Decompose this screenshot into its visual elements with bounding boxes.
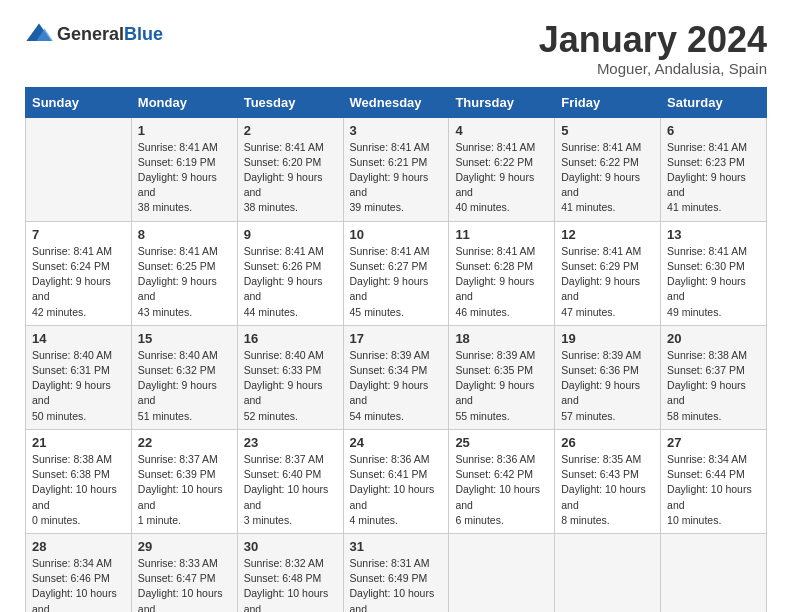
calendar-cell: 1Sunrise: 8:41 AMSunset: 6:19 PMDaylight… (131, 117, 237, 221)
day-number: 8 (138, 227, 231, 242)
header: GeneralBlue January 2024 Moguer, Andalus… (25, 20, 767, 77)
calendar-cell: 6Sunrise: 8:41 AMSunset: 6:23 PMDaylight… (661, 117, 767, 221)
calendar-week-3: 14Sunrise: 8:40 AMSunset: 6:31 PMDayligh… (26, 325, 767, 429)
calendar-cell: 4Sunrise: 8:41 AMSunset: 6:22 PMDaylight… (449, 117, 555, 221)
day-number: 20 (667, 331, 760, 346)
calendar-cell: 11Sunrise: 8:41 AMSunset: 6:28 PMDayligh… (449, 221, 555, 325)
header-cell-wednesday: Wednesday (343, 87, 449, 117)
calendar-cell: 10Sunrise: 8:41 AMSunset: 6:27 PMDayligh… (343, 221, 449, 325)
calendar-cell: 28Sunrise: 8:34 AMSunset: 6:46 PMDayligh… (26, 533, 132, 612)
calendar-cell: 14Sunrise: 8:40 AMSunset: 6:31 PMDayligh… (26, 325, 132, 429)
day-number: 21 (32, 435, 125, 450)
calendar-cell: 26Sunrise: 8:35 AMSunset: 6:43 PMDayligh… (555, 429, 661, 533)
calendar-cell: 17Sunrise: 8:39 AMSunset: 6:34 PMDayligh… (343, 325, 449, 429)
day-info: Sunrise: 8:39 AMSunset: 6:36 PMDaylight:… (561, 348, 654, 424)
calendar-cell (661, 533, 767, 612)
day-number: 3 (350, 123, 443, 138)
header-cell-monday: Monday (131, 87, 237, 117)
calendar-cell: 23Sunrise: 8:37 AMSunset: 6:40 PMDayligh… (237, 429, 343, 533)
day-number: 1 (138, 123, 231, 138)
day-number: 23 (244, 435, 337, 450)
day-info: Sunrise: 8:39 AMSunset: 6:35 PMDaylight:… (455, 348, 548, 424)
day-number: 14 (32, 331, 125, 346)
logo-icon (25, 20, 53, 48)
day-number: 16 (244, 331, 337, 346)
day-info: Sunrise: 8:39 AMSunset: 6:34 PMDaylight:… (350, 348, 443, 424)
calendar-week-5: 28Sunrise: 8:34 AMSunset: 6:46 PMDayligh… (26, 533, 767, 612)
day-info: Sunrise: 8:35 AMSunset: 6:43 PMDaylight:… (561, 452, 654, 528)
day-info: Sunrise: 8:37 AMSunset: 6:40 PMDaylight:… (244, 452, 337, 528)
calendar-cell: 24Sunrise: 8:36 AMSunset: 6:41 PMDayligh… (343, 429, 449, 533)
day-number: 24 (350, 435, 443, 450)
day-info: Sunrise: 8:40 AMSunset: 6:33 PMDaylight:… (244, 348, 337, 424)
day-info: Sunrise: 8:41 AMSunset: 6:26 PMDaylight:… (244, 244, 337, 320)
day-info: Sunrise: 8:31 AMSunset: 6:49 PMDaylight:… (350, 556, 443, 612)
day-info: Sunrise: 8:34 AMSunset: 6:46 PMDaylight:… (32, 556, 125, 612)
day-info: Sunrise: 8:36 AMSunset: 6:42 PMDaylight:… (455, 452, 548, 528)
day-info: Sunrise: 8:41 AMSunset: 6:22 PMDaylight:… (561, 140, 654, 216)
calendar-cell: 8Sunrise: 8:41 AMSunset: 6:25 PMDaylight… (131, 221, 237, 325)
header-cell-tuesday: Tuesday (237, 87, 343, 117)
calendar-week-1: 1Sunrise: 8:41 AMSunset: 6:19 PMDaylight… (26, 117, 767, 221)
day-number: 19 (561, 331, 654, 346)
header-cell-thursday: Thursday (449, 87, 555, 117)
day-number: 11 (455, 227, 548, 242)
logo-text-general: General (57, 24, 124, 44)
month-title: January 2024 (539, 20, 767, 60)
day-info: Sunrise: 8:41 AMSunset: 6:27 PMDaylight:… (350, 244, 443, 320)
day-info: Sunrise: 8:38 AMSunset: 6:38 PMDaylight:… (32, 452, 125, 528)
day-number: 2 (244, 123, 337, 138)
day-number: 9 (244, 227, 337, 242)
calendar-cell: 5Sunrise: 8:41 AMSunset: 6:22 PMDaylight… (555, 117, 661, 221)
day-number: 31 (350, 539, 443, 554)
day-info: Sunrise: 8:41 AMSunset: 6:19 PMDaylight:… (138, 140, 231, 216)
day-info: Sunrise: 8:34 AMSunset: 6:44 PMDaylight:… (667, 452, 760, 528)
calendar-cell (449, 533, 555, 612)
day-info: Sunrise: 8:41 AMSunset: 6:22 PMDaylight:… (455, 140, 548, 216)
header-cell-friday: Friday (555, 87, 661, 117)
day-info: Sunrise: 8:32 AMSunset: 6:48 PMDaylight:… (244, 556, 337, 612)
day-number: 29 (138, 539, 231, 554)
day-number: 28 (32, 539, 125, 554)
location-title: Moguer, Andalusia, Spain (539, 60, 767, 77)
calendar-cell: 20Sunrise: 8:38 AMSunset: 6:37 PMDayligh… (661, 325, 767, 429)
header-cell-saturday: Saturday (661, 87, 767, 117)
calendar-cell: 30Sunrise: 8:32 AMSunset: 6:48 PMDayligh… (237, 533, 343, 612)
day-number: 12 (561, 227, 654, 242)
calendar-cell: 18Sunrise: 8:39 AMSunset: 6:35 PMDayligh… (449, 325, 555, 429)
day-info: Sunrise: 8:40 AMSunset: 6:32 PMDaylight:… (138, 348, 231, 424)
day-info: Sunrise: 8:41 AMSunset: 6:28 PMDaylight:… (455, 244, 548, 320)
day-info: Sunrise: 8:41 AMSunset: 6:25 PMDaylight:… (138, 244, 231, 320)
calendar-cell: 2Sunrise: 8:41 AMSunset: 6:20 PMDaylight… (237, 117, 343, 221)
day-info: Sunrise: 8:41 AMSunset: 6:23 PMDaylight:… (667, 140, 760, 216)
header-cell-sunday: Sunday (26, 87, 132, 117)
day-info: Sunrise: 8:33 AMSunset: 6:47 PMDaylight:… (138, 556, 231, 612)
calendar-cell: 19Sunrise: 8:39 AMSunset: 6:36 PMDayligh… (555, 325, 661, 429)
day-info: Sunrise: 8:36 AMSunset: 6:41 PMDaylight:… (350, 452, 443, 528)
header-row: SundayMondayTuesdayWednesdayThursdayFrid… (26, 87, 767, 117)
day-number: 6 (667, 123, 760, 138)
day-number: 10 (350, 227, 443, 242)
day-number: 7 (32, 227, 125, 242)
day-info: Sunrise: 8:41 AMSunset: 6:20 PMDaylight:… (244, 140, 337, 216)
day-number: 27 (667, 435, 760, 450)
day-info: Sunrise: 8:41 AMSunset: 6:30 PMDaylight:… (667, 244, 760, 320)
calendar-cell: 27Sunrise: 8:34 AMSunset: 6:44 PMDayligh… (661, 429, 767, 533)
day-info: Sunrise: 8:40 AMSunset: 6:31 PMDaylight:… (32, 348, 125, 424)
calendar-cell: 29Sunrise: 8:33 AMSunset: 6:47 PMDayligh… (131, 533, 237, 612)
calendar-week-4: 21Sunrise: 8:38 AMSunset: 6:38 PMDayligh… (26, 429, 767, 533)
title-area: January 2024 Moguer, Andalusia, Spain (539, 20, 767, 77)
calendar-cell: 16Sunrise: 8:40 AMSunset: 6:33 PMDayligh… (237, 325, 343, 429)
calendar-cell: 25Sunrise: 8:36 AMSunset: 6:42 PMDayligh… (449, 429, 555, 533)
day-number: 18 (455, 331, 548, 346)
day-number: 17 (350, 331, 443, 346)
logo-text-blue: Blue (124, 24, 163, 44)
calendar-cell: 9Sunrise: 8:41 AMSunset: 6:26 PMDaylight… (237, 221, 343, 325)
day-number: 22 (138, 435, 231, 450)
calendar-cell: 7Sunrise: 8:41 AMSunset: 6:24 PMDaylight… (26, 221, 132, 325)
day-info: Sunrise: 8:41 AMSunset: 6:29 PMDaylight:… (561, 244, 654, 320)
calendar-cell (555, 533, 661, 612)
calendar-cell: 3Sunrise: 8:41 AMSunset: 6:21 PMDaylight… (343, 117, 449, 221)
calendar-cell: 12Sunrise: 8:41 AMSunset: 6:29 PMDayligh… (555, 221, 661, 325)
day-number: 26 (561, 435, 654, 450)
